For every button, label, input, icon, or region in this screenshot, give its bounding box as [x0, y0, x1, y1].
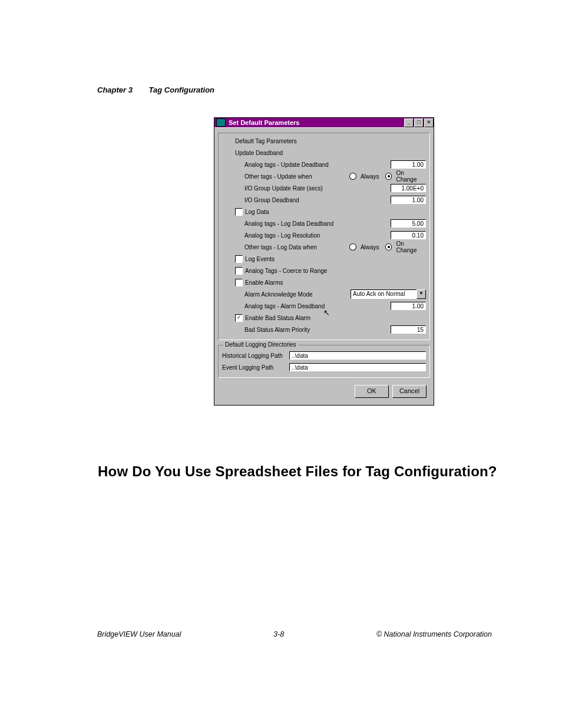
- coerce-to-range-checkbox[interactable]: [235, 267, 243, 275]
- system-menu-icon[interactable]: [216, 118, 226, 127]
- maximize-button[interactable]: □: [414, 118, 424, 127]
- io-deadband-label: I/O Group Deadband: [244, 197, 391, 203]
- close-button[interactable]: ×: [424, 118, 434, 127]
- coerce-to-range-label: Analog Tags - Coerce to Range: [245, 268, 426, 274]
- enable-alarms-label: Enable Alarms: [245, 279, 426, 286]
- chapter-title: Tag Configuration: [149, 85, 214, 94]
- alarm-ack-mode-dropdown[interactable]: Auto Ack on Normal ▼: [351, 289, 426, 299]
- alarm-ack-mode-value: Auto Ack on Normal: [351, 289, 416, 299]
- event-path-input[interactable]: ..\data: [289, 363, 426, 371]
- log-events-label: Log Events: [245, 256, 426, 262]
- other-log-when-label: Other tags - Log Data when: [244, 244, 349, 251]
- log-data-label: Log Data: [245, 209, 426, 215]
- log-data-deadband-label: Analog tags - Log Data Deadband: [244, 220, 391, 227]
- io-deadband-input[interactable]: 1.00: [391, 196, 426, 204]
- minimize-button[interactable]: _: [404, 118, 414, 127]
- default-logging-directories-group: Default Logging Directories Historical L…: [218, 345, 430, 378]
- page-footer: BridgeVIEW User Manual 3-8 © National In…: [97, 630, 492, 638]
- analog-update-deadband-label: Analog tags - Update Deadband: [244, 162, 391, 168]
- update-when-onchange-label: On Change: [396, 170, 426, 183]
- event-path-label: Event Logging Path: [222, 364, 287, 371]
- cancel-button[interactable]: Cancel: [392, 385, 427, 398]
- window-title: Set Default Parameters: [227, 119, 404, 126]
- log-when-onchange-radio[interactable]: [385, 243, 392, 251]
- enable-alarms-checkbox[interactable]: [235, 279, 243, 286]
- historical-path-label: Historical Logging Path: [222, 353, 287, 359]
- log-resolution-input[interactable]: 0.10: [391, 231, 426, 239]
- update-when-onchange-radio[interactable]: [385, 173, 392, 180]
- alarm-deadband-label: Analog tags - Alarm Deadband: [244, 303, 391, 309]
- chapter-number: Chapter 3: [97, 85, 133, 94]
- section-label: Default Tag Parameters: [235, 138, 426, 144]
- other-update-when-label: Other tags - Update when: [244, 173, 349, 180]
- default-tag-parameters-group: Default Tag Parameters Update Deadband A…: [218, 133, 430, 340]
- update-deadband-heading: Update Deadband: [235, 150, 426, 156]
- footer-copyright: © National Instruments Corporation: [376, 630, 492, 638]
- ok-button[interactable]: OK: [355, 385, 389, 398]
- log-events-checkbox[interactable]: [235, 255, 243, 263]
- section-heading: How Do You Use Spreadsheet Files for Tag…: [98, 463, 497, 480]
- log-data-deadband-input[interactable]: 5.00: [391, 219, 426, 228]
- update-when-always-radio[interactable]: [349, 173, 356, 180]
- io-update-rate-label: I/O Group Update Rate (secs): [244, 185, 391, 192]
- bad-status-priority-label: Bad Status Alarm Priority: [244, 327, 391, 333]
- enable-bad-status-checkbox[interactable]: [235, 314, 243, 322]
- alarm-deadband-input[interactable]: 1.00: [391, 302, 426, 310]
- io-update-rate-input[interactable]: 1.00E+0: [391, 184, 426, 192]
- page-header: Chapter 3 Tag Configuration: [97, 85, 214, 94]
- log-data-checkbox[interactable]: [235, 208, 243, 216]
- bad-status-priority-input[interactable]: 15: [391, 325, 426, 334]
- log-when-onchange-label: On Change: [396, 241, 426, 253]
- title-bar[interactable]: Set Default Parameters _ □ ×: [214, 118, 434, 127]
- dropdown-arrow-icon[interactable]: ▼: [416, 289, 426, 299]
- analog-update-deadband-input[interactable]: 1.00: [391, 160, 426, 169]
- log-when-always-label: Always: [361, 244, 379, 251]
- set-default-parameters-dialog: Set Default Parameters _ □ × Default Tag…: [214, 117, 434, 406]
- footer-manual-name: BridgeVIEW User Manual: [97, 630, 181, 638]
- log-resolution-label: Analog tags - Log Resolution: [244, 232, 391, 239]
- update-when-always-label: Always: [361, 173, 379, 180]
- alarm-ack-mode-label: Alarm Acknowledge Mode: [244, 291, 351, 298]
- enable-bad-status-label: Enable Bad Status Alarm: [245, 315, 426, 321]
- logging-directories-legend: Default Logging Directories: [223, 341, 298, 348]
- historical-path-input[interactable]: ..\data: [289, 351, 426, 360]
- log-when-always-radio[interactable]: [349, 243, 356, 251]
- footer-page-number: 3-8: [273, 630, 284, 638]
